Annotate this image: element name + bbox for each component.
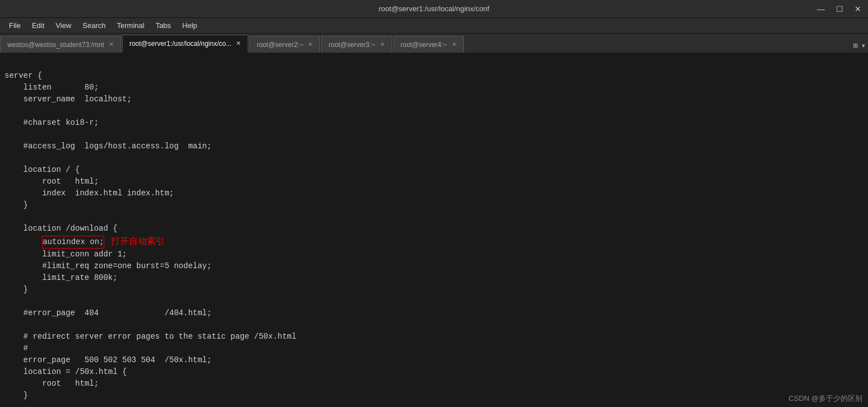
- line-14: location /download {: [4, 224, 118, 233]
- menu-terminal[interactable]: Terminal: [113, 20, 149, 31]
- line-12: }: [4, 200, 28, 209]
- maximize-button[interactable]: ☐: [834, 4, 846, 13]
- title-bar-title: root@server1:/usr/local/nginx/conf: [379, 4, 489, 13]
- minimize-button[interactable]: —: [815, 4, 827, 13]
- line-1: server {: [4, 71, 42, 80]
- line-5: #charset koi8-r;: [4, 118, 99, 127]
- tab-label-3: root@server3:~: [328, 41, 375, 49]
- menu-edit[interactable]: Edit: [27, 20, 49, 31]
- line-16: limit_conn addr 1;: [4, 250, 127, 259]
- tab-label-4: root@server4:~: [401, 41, 447, 49]
- line-11: index index.html index.htm;: [4, 189, 174, 198]
- line-2: listen 80;: [4, 83, 99, 92]
- tab-0[interactable]: westos@westos_student73:/mnt ✕: [0, 36, 121, 53]
- line-9: location / {: [4, 165, 80, 174]
- close-button[interactable]: ✕: [852, 4, 864, 13]
- highlight-autoindex: autoindex on;: [42, 236, 104, 249]
- title-bar-controls: — ☐ ✕: [815, 4, 864, 13]
- menu-bar: File Edit View Search Terminal Tabs Help: [0, 18, 868, 34]
- line-28: }: [4, 391, 28, 400]
- menu-file[interactable]: File: [4, 20, 25, 31]
- line-18: limit_rate 800k;: [4, 273, 118, 282]
- line-7: #access_log logs/host.access.log main;: [4, 142, 212, 151]
- menu-view[interactable]: View: [51, 20, 76, 31]
- tab-close-1[interactable]: ✕: [236, 40, 241, 47]
- annotation-text: 打开自动索引: [111, 236, 165, 246]
- menu-help[interactable]: Help: [178, 20, 202, 31]
- tab-label-1: root@server1:/usr/local/nginx/co...: [129, 40, 231, 48]
- line-21: #error_page 404 /404.html;: [4, 308, 212, 317]
- tab-3[interactable]: root@server3:~ ✕: [321, 36, 392, 53]
- tab-2[interactable]: root@server2:~ ✕: [249, 36, 320, 53]
- tab-close-2[interactable]: ✕: [308, 41, 313, 48]
- tabs-bar: westos@westos_student73:/mnt ✕ root@serv…: [0, 34, 868, 54]
- line-17: #limit_req zone=one burst=5 nodelay;: [4, 261, 212, 270]
- line-15: autoindex on;打开自动索引: [4, 237, 165, 246]
- tabs-right-controls: ⊞ ▾: [853, 41, 866, 50]
- title-bar: root@server1:/usr/local/nginx/conf — ☐ ✕: [0, 0, 868, 18]
- tab-close-3[interactable]: ✕: [380, 41, 385, 48]
- terminal-content: server { listen 80; server_name localhos…: [0, 54, 868, 407]
- menu-search[interactable]: Search: [78, 20, 110, 31]
- tab-4[interactable]: root@server4:~ ✕: [393, 36, 464, 53]
- watermark: CSDN @多于少的区别: [788, 393, 862, 404]
- line-27: root html;: [4, 379, 99, 388]
- line-10: root html;: [4, 177, 99, 186]
- new-tab-button[interactable]: ⊞: [853, 41, 857, 50]
- line-24: #: [4, 344, 28, 353]
- line-25: error_page 500 502 503 504 /50x.html;: [4, 355, 212, 364]
- menu-tabs[interactable]: Tabs: [151, 20, 175, 31]
- tab-close-0[interactable]: ✕: [109, 41, 114, 48]
- line-26: location = /50x.html {: [4, 367, 127, 376]
- tab-close-4[interactable]: ✕: [452, 41, 457, 48]
- tab-label-2: root@server2:~: [257, 41, 303, 49]
- line-23: # redirect server error pages to the sta…: [4, 332, 296, 341]
- tabs-dropdown-button[interactable]: ▾: [861, 41, 866, 50]
- tab-label-0: westos@westos_student73:/mnt: [7, 41, 104, 49]
- line-3: server_name localhost;: [4, 95, 132, 104]
- tab-1[interactable]: root@server1:/usr/local/nginx/co... ✕: [122, 35, 248, 53]
- line-19: }: [4, 285, 28, 294]
